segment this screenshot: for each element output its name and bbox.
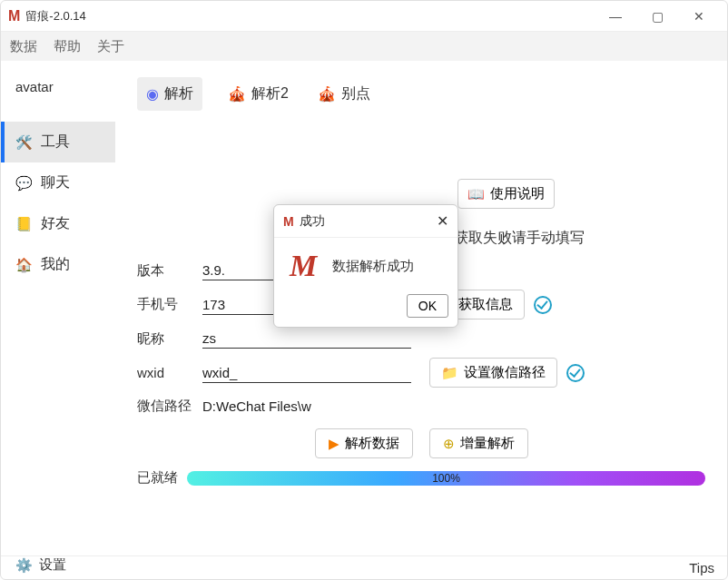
book-icon: 📖 <box>467 186 485 202</box>
titlebar: M 留痕-2.0.14 — ▢ ✕ <box>1 1 727 32</box>
sidebar-item-label: 工具 <box>41 133 70 152</box>
version-label: 版本 <box>137 262 202 280</box>
tools-icon: 🛠️ <box>15 134 32 151</box>
tab-label: 解析 <box>164 84 193 103</box>
check-icon <box>534 296 552 314</box>
progress-row: 已就绪 100% <box>137 469 705 487</box>
close-button[interactable]: ✕ <box>678 2 720 31</box>
wxid-label: wxid <box>137 365 202 380</box>
dialog-logo-icon: M <box>283 214 294 229</box>
incremental-label: 增量解析 <box>460 435 515 452</box>
instructions-label: 使用说明 <box>490 185 545 202</box>
row-nick: 昵称 zs <box>137 329 705 349</box>
sidebar-item-chat[interactable]: 💬 聊天 <box>1 162 115 203</box>
parse2-icon: 🎪 <box>228 85 246 103</box>
menu-data[interactable]: 数据 <box>10 38 37 55</box>
dialog-app-icon: M <box>283 249 323 283</box>
tab-parse[interactable]: ◉ 解析 <box>137 77 202 111</box>
set-path-label: 设置微信路径 <box>464 364 546 381</box>
folder-icon: 📁 <box>441 365 458 381</box>
sidebar-item-friends[interactable]: 📒 好友 <box>1 203 115 244</box>
action-row: ▶ 解析数据 ⊕ 增量解析 <box>137 428 705 458</box>
chat-icon: 💬 <box>15 175 32 192</box>
dont-click-icon: 🎪 <box>318 85 336 103</box>
tab-row: ◉ 解析 🎪 解析2 🎪 别点 <box>137 77 705 111</box>
sidebar-item-tools[interactable]: 🛠️ 工具 <box>1 122 115 162</box>
tab-dont-click[interactable]: 🎪 别点 <box>314 77 374 111</box>
play-icon: ▶ <box>329 436 339 452</box>
menu-about[interactable]: 关于 <box>97 38 124 55</box>
row-wxid: wxid wxid_ 📁 设置微信路径 <box>137 358 705 388</box>
dialog-close-button[interactable]: ✕ <box>437 212 448 230</box>
tab-label: 别点 <box>341 84 370 103</box>
tab-parse2[interactable]: 🎪 解析2 <box>224 77 292 111</box>
nick-label: 昵称 <box>137 330 202 348</box>
parse-data-button[interactable]: ▶ 解析数据 <box>315 428 413 458</box>
home-icon: 🏠 <box>15 257 32 273</box>
incremental-parse-button[interactable]: ⊕ 增量解析 <box>429 428 528 458</box>
progress-text: 100% <box>432 472 460 485</box>
dialog-title: 成功 <box>300 213 325 230</box>
sidebar-item-label: 聊天 <box>41 173 70 192</box>
tab-label: 解析2 <box>251 84 289 103</box>
sidebar-item-mine[interactable]: 🏠 我的 <box>1 244 115 285</box>
tips-link[interactable]: Tips <box>689 560 714 575</box>
menubar: 数据 帮助 关于 <box>1 32 727 61</box>
phone-label: 手机号 <box>137 296 202 313</box>
dialog-message: 数据解析成功 <box>332 258 414 275</box>
dialog-body: M 数据解析成功 <box>274 238 457 294</box>
instructions-button[interactable]: 📖 使用说明 <box>457 179 555 209</box>
path-value[interactable]: D:WeChat Files\w <box>202 397 411 416</box>
window-title: 留痕-2.0.14 <box>25 8 85 25</box>
app-window: M 留痕-2.0.14 — ▢ ✕ 数据 帮助 关于 avatar 🛠️ 工具 … <box>0 0 728 580</box>
success-dialog: M 成功 ✕ M 数据解析成功 OK <box>273 204 458 328</box>
parse-icon: ◉ <box>146 85 159 103</box>
nick-value[interactable]: zs <box>202 329 411 349</box>
maximize-button[interactable]: ▢ <box>636 2 678 31</box>
friends-icon: 📒 <box>15 216 32 232</box>
plus-circle-icon: ⊕ <box>443 436 455 452</box>
check-icon <box>566 364 585 382</box>
wxid-value[interactable]: wxid_ <box>202 363 411 383</box>
app-logo-icon: M <box>8 8 20 25</box>
sidebar-item-label: 好友 <box>41 214 70 233</box>
statusbar: Tips <box>1 555 727 579</box>
avatar[interactable]: avatar <box>1 70 115 122</box>
menu-help[interactable]: 帮助 <box>54 38 81 55</box>
sidebar: avatar 🛠️ 工具 💬 聊天 📒 好友 🏠 我的 ⚙️ 设置 <box>1 61 115 555</box>
parse-data-label: 解析数据 <box>345 435 399 452</box>
get-info-label: 获取信息 <box>458 296 513 313</box>
set-path-button[interactable]: 📁 设置微信路径 <box>429 358 557 388</box>
path-label: 微信路径 <box>137 398 202 415</box>
status-text: 已就绪 <box>137 469 178 487</box>
minimize-button[interactable]: — <box>595 2 636 31</box>
dialog-footer: OK <box>274 294 457 327</box>
row-path: 微信路径 D:WeChat Files\w <box>137 397 705 416</box>
dialog-ok-button[interactable]: OK <box>407 294 448 318</box>
dialog-titlebar: M 成功 ✕ <box>274 205 457 238</box>
progress-bar: 100% <box>187 471 705 486</box>
sidebar-item-label: 我的 <box>41 255 70 274</box>
